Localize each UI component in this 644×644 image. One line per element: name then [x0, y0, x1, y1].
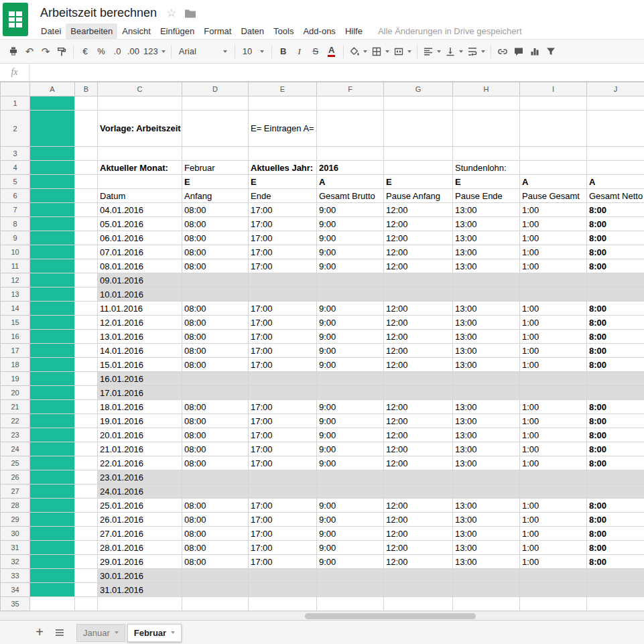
cell-E32[interactable]: 17:00	[249, 555, 317, 569]
cell-B18[interactable]	[75, 358, 98, 372]
cell-A13[interactable]	[30, 287, 75, 302]
more-formats-dropdown[interactable]: 123	[141, 44, 168, 60]
cell-B23[interactable]	[75, 428, 98, 442]
cell-A27[interactable]	[30, 485, 75, 499]
cell-B13[interactable]	[75, 287, 98, 302]
cell-A23[interactable]	[30, 428, 75, 442]
cell-I33[interactable]	[520, 569, 587, 583]
cell-I22[interactable]: 1:00	[520, 414, 587, 428]
cell-E22[interactable]: 17:00	[249, 414, 317, 428]
cell-J30[interactable]: 8:00	[587, 527, 644, 541]
cell-C2[interactable]: Vorlage: Arbeitszeit berechnen	[98, 111, 182, 147]
cell-D3[interactable]	[182, 147, 249, 161]
cell-G7[interactable]: 12:00	[384, 203, 453, 217]
cell-D22[interactable]: 08:00	[182, 414, 249, 428]
cell-I27[interactable]	[520, 485, 587, 499]
cell-F12[interactable]	[317, 273, 384, 287]
cell-F20[interactable]	[317, 386, 384, 400]
cell-H26[interactable]	[453, 470, 520, 485]
cell-G22[interactable]: 12:00	[384, 414, 453, 428]
cell-E13[interactable]	[249, 287, 317, 302]
col-header-A[interactable]: A	[30, 82, 75, 96]
cell-H17[interactable]: 13:00	[453, 344, 520, 358]
cell-D4[interactable]: Februar	[182, 161, 249, 175]
col-header-C[interactable]: C	[98, 82, 182, 96]
cell-A30[interactable]	[30, 527, 75, 541]
cell-A16[interactable]	[30, 330, 75, 344]
cell-D19[interactable]	[182, 372, 249, 386]
cell-B5[interactable]	[75, 175, 98, 189]
cell-B31[interactable]	[75, 541, 98, 555]
decrease-decimals-button[interactable]: .0	[109, 44, 125, 60]
cell-E31[interactable]: 17:00	[249, 541, 317, 555]
cell-C11[interactable]: 08.01.2016	[98, 259, 182, 273]
cell-J31[interactable]: 8:00	[587, 541, 644, 555]
row-header-15[interactable]: 15	[1, 316, 30, 330]
vertical-align-button[interactable]	[443, 44, 465, 60]
cell-B8[interactable]	[75, 217, 98, 231]
cell-H20[interactable]	[453, 386, 520, 400]
cell-B34[interactable]	[75, 583, 98, 597]
cell-E30[interactable]: 17:00	[249, 527, 317, 541]
cell-B15[interactable]	[75, 316, 98, 330]
cell-E21[interactable]: 17:00	[249, 400, 317, 414]
cell-J5[interactable]: A	[587, 175, 644, 189]
cell-D9[interactable]: 08:00	[182, 231, 249, 245]
menu-bearbeiten[interactable]: Bearbeiten	[66, 23, 117, 39]
cell-D7[interactable]: 08:00	[182, 203, 249, 217]
cell-D30[interactable]: 08:00	[182, 527, 249, 541]
cell-B2[interactable]	[75, 111, 98, 147]
cell-F14[interactable]: 9:00	[317, 302, 384, 316]
cell-C16[interactable]: 13.01.2016	[98, 330, 182, 344]
cell-I2[interactable]	[520, 111, 587, 147]
add-sheet-button[interactable]: +	[29, 624, 50, 641]
cell-A11[interactable]	[30, 259, 75, 273]
row-header-25[interactable]: 25	[1, 456, 30, 470]
cell-J14[interactable]: 8:00	[587, 302, 644, 316]
cell-D17[interactable]: 08:00	[182, 344, 249, 358]
cell-H28[interactable]: 13:00	[453, 499, 520, 513]
cell-E28[interactable]: 17:00	[249, 499, 317, 513]
cell-F27[interactable]	[317, 485, 384, 499]
cell-J23[interactable]: 8:00	[587, 428, 644, 442]
cell-E19[interactable]	[249, 372, 317, 386]
cell-I29[interactable]: 1:00	[520, 513, 587, 527]
text-color-button[interactable]: A	[324, 44, 340, 60]
cell-C31[interactable]: 28.01.2016	[98, 541, 182, 555]
row-header-29[interactable]: 29	[1, 513, 30, 527]
cell-I9[interactable]: 1:00	[520, 231, 587, 245]
cell-G27[interactable]	[384, 485, 453, 499]
cell-I6[interactable]: Pause Gesamt	[520, 189, 587, 203]
cell-F9[interactable]: 9:00	[317, 231, 384, 245]
cell-H5[interactable]: E	[453, 175, 520, 189]
cell-F6[interactable]: Gesamt Brutto	[317, 189, 384, 203]
cell-A29[interactable]	[30, 513, 75, 527]
cell-B30[interactable]	[75, 527, 98, 541]
cell-A3[interactable]	[30, 147, 75, 161]
cell-J25[interactable]: 8:00	[587, 456, 644, 470]
row-header-18[interactable]: 18	[1, 358, 30, 372]
cell-G17[interactable]: 12:00	[384, 344, 453, 358]
col-header-B[interactable]: B	[75, 82, 98, 96]
cell-I28[interactable]: 1:00	[520, 499, 587, 513]
cell-C19[interactable]: 16.01.2016	[98, 372, 182, 386]
cell-E8[interactable]: 17:00	[249, 217, 317, 231]
cell-G13[interactable]	[384, 287, 453, 302]
cell-H32[interactable]: 13:00	[453, 555, 520, 569]
cell-F2[interactable]	[317, 111, 384, 147]
cell-J6[interactable]: Gesamt Netto	[587, 189, 644, 203]
cell-C14[interactable]: 11.01.2016	[98, 302, 182, 316]
cell-C7[interactable]: 04.01.2016	[98, 203, 182, 217]
cell-C9[interactable]: 06.01.2016	[98, 231, 182, 245]
cell-A22[interactable]	[30, 414, 75, 428]
cell-H29[interactable]: 13:00	[453, 513, 520, 527]
cell-E5[interactable]: E	[249, 175, 317, 189]
cell-J20[interactable]	[587, 386, 644, 400]
cell-B20[interactable]	[75, 386, 98, 400]
cell-J33[interactable]	[587, 569, 644, 583]
cell-H33[interactable]	[453, 569, 520, 583]
cell-C8[interactable]: 05.01.2016	[98, 217, 182, 231]
cell-E6[interactable]: Ende	[249, 189, 317, 203]
font-family-dropdown[interactable]: Arial	[175, 44, 231, 60]
cell-H18[interactable]: 13:00	[453, 358, 520, 372]
